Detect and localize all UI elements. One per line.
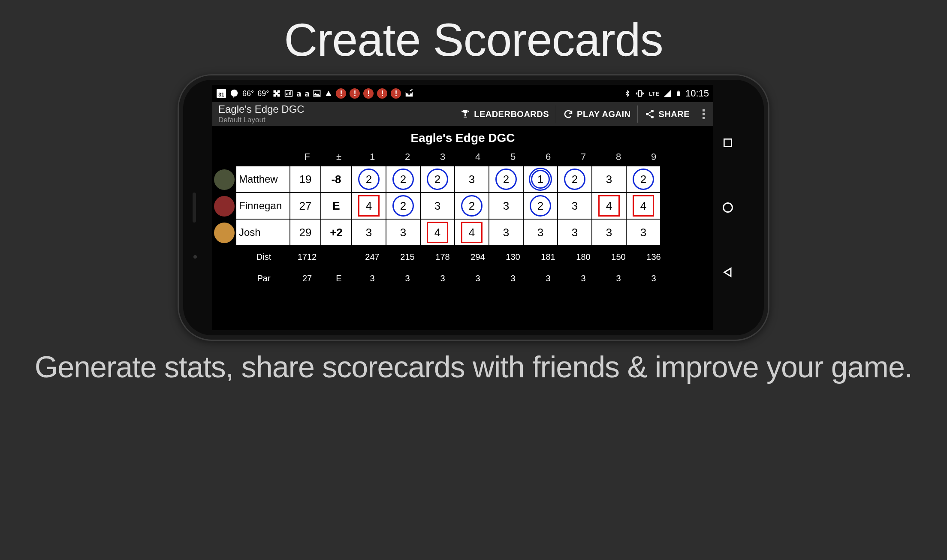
svg-point-6 bbox=[651, 110, 654, 112]
score-cell[interactable]: 1 bbox=[523, 166, 558, 193]
distance-cell: 178 bbox=[425, 246, 460, 268]
clock-time: 10:15 bbox=[685, 88, 709, 99]
table-header-row: F ± 123456789 bbox=[212, 148, 713, 166]
svg-rect-5 bbox=[678, 91, 679, 92]
plus-minus-header: ± bbox=[323, 148, 355, 166]
hole-header-7: 7 bbox=[566, 148, 601, 166]
score-cell[interactable]: 3 bbox=[523, 219, 558, 246]
player-final-score[interactable]: 19 bbox=[290, 166, 321, 193]
svg-point-7 bbox=[646, 113, 648, 115]
player-name-cell[interactable]: Josh bbox=[235, 219, 290, 246]
player-row: Finnegan27E423232344 bbox=[212, 193, 713, 220]
leaderboards-button[interactable]: LEADERBOARDS bbox=[453, 105, 556, 123]
score-cell[interactable]: 3 bbox=[557, 219, 592, 246]
hole-header-3: 3 bbox=[425, 148, 460, 166]
score-cell[interactable]: 3 bbox=[454, 166, 489, 193]
par-cell: 3 bbox=[495, 268, 531, 289]
player-name-cell[interactable]: Matthew bbox=[235, 166, 290, 193]
svg-rect-9 bbox=[724, 139, 731, 147]
score-cell[interactable]: 3 bbox=[420, 192, 455, 220]
player-avatar[interactable] bbox=[214, 223, 235, 243]
hole-header-8: 8 bbox=[601, 148, 636, 166]
alert-icon: ! bbox=[363, 88, 374, 99]
distance-cell: 247 bbox=[355, 246, 390, 268]
share-icon bbox=[645, 109, 655, 119]
distance-cell: 150 bbox=[601, 246, 636, 268]
svg-point-8 bbox=[651, 116, 654, 118]
hole-header-9: 9 bbox=[636, 148, 671, 166]
temp-1: 66° bbox=[242, 89, 254, 98]
player-row: Josh29+2334433333 bbox=[212, 220, 713, 246]
app-bar: Eagle's Edge DGC Default Layout LEADERBO… bbox=[212, 102, 713, 126]
play-again-label: PLAY AGAIN bbox=[577, 109, 630, 119]
scorecard-table: F ± 123456789 Matthew19-8222321232Finneg… bbox=[212, 148, 713, 289]
par-total: 27 bbox=[291, 268, 323, 289]
player-final-score[interactable]: 27 bbox=[290, 192, 321, 220]
par-cell: 3 bbox=[355, 268, 390, 289]
score-cell[interactable]: 3 bbox=[591, 166, 627, 193]
score-cell[interactable]: 4 bbox=[626, 192, 661, 220]
par-cell: 3 bbox=[636, 268, 671, 289]
score-cell[interactable]: 3 bbox=[557, 192, 592, 220]
recent-apps-button[interactable] bbox=[721, 136, 734, 149]
front-camera bbox=[193, 255, 197, 259]
trophy-icon bbox=[460, 109, 470, 119]
score-cell[interactable]: 3 bbox=[591, 219, 627, 246]
score-cell[interactable]: 4 bbox=[420, 219, 455, 246]
score-cell[interactable]: 4 bbox=[591, 192, 627, 220]
puzzle-icon bbox=[272, 89, 281, 98]
svg-rect-4 bbox=[677, 91, 680, 96]
home-button[interactable] bbox=[721, 201, 734, 214]
refresh-icon bbox=[563, 109, 573, 119]
player-plus-minus[interactable]: E bbox=[320, 192, 352, 220]
score-cell[interactable]: 2 bbox=[386, 166, 421, 193]
score-cell[interactable]: 2 bbox=[523, 192, 558, 220]
bars-icon bbox=[284, 89, 293, 98]
play-again-button[interactable]: PLAY AGAIN bbox=[556, 105, 637, 123]
share-button[interactable]: SHARE bbox=[637, 105, 697, 123]
score-cell[interactable]: 2 bbox=[351, 166, 386, 193]
score-cell[interactable]: 2 bbox=[386, 192, 421, 220]
alert-icon: ! bbox=[350, 88, 360, 99]
par-cell: 3 bbox=[460, 268, 495, 289]
score-cell[interactable]: 2 bbox=[454, 192, 489, 220]
svg-point-0 bbox=[231, 90, 238, 97]
player-name-cell[interactable]: Finnegan bbox=[235, 192, 290, 220]
player-final-score[interactable]: 29 bbox=[290, 219, 321, 246]
player-plus-minus[interactable]: -8 bbox=[320, 166, 352, 193]
distance-total: 1712 bbox=[291, 246, 323, 268]
battery-icon bbox=[676, 89, 682, 98]
score-cell[interactable]: 2 bbox=[557, 166, 592, 193]
app-bar-subtitle[interactable]: Default Layout bbox=[218, 116, 330, 124]
score-cell[interactable]: 3 bbox=[489, 219, 524, 246]
overflow-menu-button[interactable] bbox=[697, 109, 707, 119]
player-avatar[interactable] bbox=[214, 169, 235, 190]
share-label: SHARE bbox=[658, 109, 690, 119]
score-cell[interactable]: 2 bbox=[626, 166, 661, 193]
player-avatar[interactable] bbox=[214, 196, 235, 217]
score-cell[interactable]: 3 bbox=[386, 219, 421, 246]
promo-subtitle: Generate stats, share scorecards with fr… bbox=[35, 349, 913, 386]
app-bar-title[interactable]: Eagle's Edge DGC bbox=[218, 104, 330, 115]
svg-point-10 bbox=[724, 203, 733, 212]
score-cell[interactable]: 2 bbox=[420, 166, 455, 193]
temp-2: 69° bbox=[257, 89, 269, 98]
score-cell[interactable]: 3 bbox=[351, 219, 386, 246]
player-row: Matthew19-8222321232 bbox=[212, 166, 713, 193]
player-plus-minus[interactable]: +2 bbox=[320, 219, 352, 246]
hole-header-4: 4 bbox=[460, 148, 495, 166]
hole-header-6: 6 bbox=[531, 148, 566, 166]
status-bar: 31 66° 69° a a bbox=[212, 85, 713, 102]
score-cell[interactable]: 2 bbox=[489, 166, 524, 193]
score-cell[interactable]: 3 bbox=[489, 192, 524, 220]
score-cell[interactable]: 4 bbox=[454, 219, 489, 246]
score-cell[interactable]: 3 bbox=[626, 219, 661, 246]
distance-cell: 294 bbox=[460, 246, 495, 268]
par-cell: 3 bbox=[601, 268, 636, 289]
alert-icon: ! bbox=[336, 88, 346, 99]
triangle-up-icon bbox=[325, 90, 332, 97]
back-button[interactable] bbox=[721, 266, 734, 279]
hole-header-1: 1 bbox=[355, 148, 390, 166]
score-cell[interactable]: 4 bbox=[351, 192, 386, 220]
amazon-icon: a bbox=[296, 88, 301, 99]
